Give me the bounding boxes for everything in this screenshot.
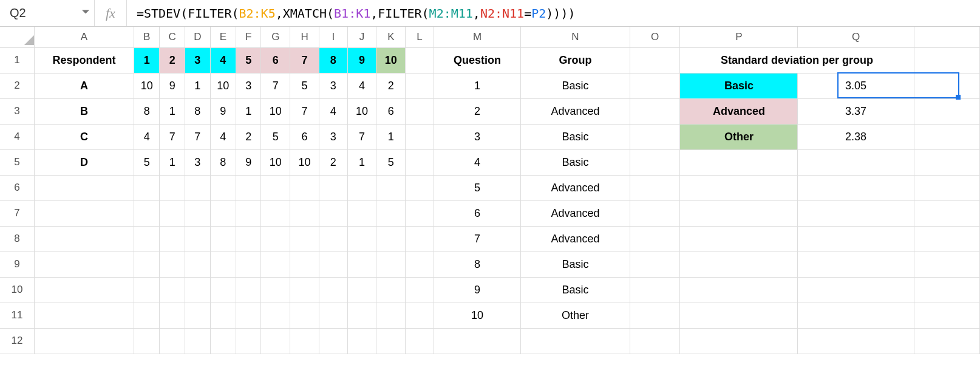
col-header-B[interactable]: B: [134, 27, 160, 47]
cell-E10[interactable]: [210, 277, 236, 303]
data-H5[interactable]: 10: [290, 149, 319, 175]
question-num-8[interactable]: 8: [319, 47, 347, 73]
group-5[interactable]: Advanced: [521, 175, 630, 200]
row-header-7[interactable]: 7: [0, 200, 35, 226]
data-C4[interactable]: 7: [160, 124, 185, 149]
question-num-6[interactable]: 6: [261, 47, 290, 73]
cell-A8[interactable]: [35, 226, 134, 252]
question-num-9[interactable]: 9: [347, 47, 376, 73]
cell-L1[interactable]: [406, 47, 434, 73]
cell-O1[interactable]: [630, 47, 680, 73]
data-K2[interactable]: 2: [376, 73, 406, 98]
cell-Q5[interactable]: [798, 149, 914, 175]
cell-O10[interactable]: [630, 277, 680, 303]
respondent-A[interactable]: A: [35, 73, 134, 98]
cell-K8[interactable]: [376, 226, 406, 252]
cell-H6[interactable]: [290, 175, 319, 200]
row-header-6[interactable]: 6: [0, 175, 35, 200]
cell-A6[interactable]: [35, 175, 134, 200]
row-header-3[interactable]: 3: [0, 98, 35, 124]
row-header-8[interactable]: 8: [0, 226, 35, 252]
cell-L11[interactable]: [406, 303, 434, 328]
cell-J10[interactable]: [347, 277, 376, 303]
cell-O2[interactable]: [630, 73, 680, 98]
data-J2[interactable]: 4: [347, 73, 376, 98]
data-F4[interactable]: 2: [236, 124, 261, 149]
cell-I12[interactable]: [319, 328, 347, 354]
cell-end2[interactable]: [914, 73, 979, 98]
col-header-J[interactable]: J: [347, 27, 376, 47]
cell-O9[interactable]: [630, 252, 680, 277]
cell-H8[interactable]: [290, 226, 319, 252]
cell-Q8[interactable]: [798, 226, 914, 252]
col-header-P[interactable]: P: [680, 27, 798, 47]
cell-P12[interactable]: [680, 328, 798, 354]
data-K4[interactable]: 1: [376, 124, 406, 149]
cell-G10[interactable]: [261, 277, 290, 303]
cell-I11[interactable]: [319, 303, 347, 328]
question-3[interactable]: 3: [434, 124, 520, 149]
question-num-4[interactable]: 4: [210, 47, 236, 73]
respondent-B[interactable]: B: [35, 98, 134, 124]
cell-E7[interactable]: [210, 200, 236, 226]
cell-A11[interactable]: [35, 303, 134, 328]
question-8[interactable]: 8: [434, 252, 520, 277]
cell-F12[interactable]: [236, 328, 261, 354]
cell-B12[interactable]: [134, 328, 160, 354]
col-header-M[interactable]: M: [434, 27, 520, 47]
cell-P6[interactable]: [680, 175, 798, 200]
cell-G11[interactable]: [261, 303, 290, 328]
cell-Q7[interactable]: [798, 200, 914, 226]
data-I2[interactable]: 3: [319, 73, 347, 98]
data-I3[interactable]: 4: [319, 98, 347, 124]
cell-G8[interactable]: [261, 226, 290, 252]
data-B2[interactable]: 10: [134, 73, 160, 98]
data-K3[interactable]: 6: [376, 98, 406, 124]
cell-P7[interactable]: [680, 200, 798, 226]
cell-L9[interactable]: [406, 252, 434, 277]
group-9[interactable]: Basic: [521, 277, 630, 303]
cell-J12[interactable]: [347, 328, 376, 354]
cell-O8[interactable]: [630, 226, 680, 252]
question-num-7[interactable]: 7: [290, 47, 319, 73]
row-header-11[interactable]: 11: [0, 303, 35, 328]
cell-L10[interactable]: [406, 277, 434, 303]
row-header-5[interactable]: 5: [0, 149, 35, 175]
cell-B10[interactable]: [134, 277, 160, 303]
col-header-E[interactable]: E: [210, 27, 236, 47]
question-num-3[interactable]: 3: [185, 47, 211, 73]
data-J5[interactable]: 1: [347, 149, 376, 175]
cell-K7[interactable]: [376, 200, 406, 226]
cell-end8[interactable]: [914, 226, 979, 252]
cell-A12[interactable]: [35, 328, 134, 354]
cell-Q11[interactable]: [798, 303, 914, 328]
header-group[interactable]: Group: [521, 47, 630, 73]
cell-I10[interactable]: [319, 277, 347, 303]
data-F5[interactable]: 9: [236, 149, 261, 175]
cell-C11[interactable]: [160, 303, 185, 328]
group-6[interactable]: Advanced: [521, 200, 630, 226]
select-all-triangle-icon[interactable]: [24, 35, 34, 45]
col-header-C[interactable]: C: [160, 27, 185, 47]
formula-input[interactable]: =STDEV(FILTER(B2:K5,XMATCH(B1:K1,FILTER(…: [127, 0, 976, 26]
cell-B8[interactable]: [134, 226, 160, 252]
group-10[interactable]: Other: [521, 303, 630, 328]
group-label-other[interactable]: Other: [680, 124, 798, 149]
cell-L8[interactable]: [406, 226, 434, 252]
cell-F10[interactable]: [236, 277, 261, 303]
cell-F7[interactable]: [236, 200, 261, 226]
data-E3[interactable]: 9: [210, 98, 236, 124]
col-header-L[interactable]: L: [406, 27, 434, 47]
question-num-10[interactable]: 10: [376, 47, 406, 73]
cell-F6[interactable]: [236, 175, 261, 200]
header-respondent[interactable]: Respondent: [35, 47, 134, 73]
cell-P10[interactable]: [680, 277, 798, 303]
row-header-4[interactable]: 4: [0, 124, 35, 149]
data-K5[interactable]: 5: [376, 149, 406, 175]
respondent-C[interactable]: C: [35, 124, 134, 149]
cell-Q6[interactable]: [798, 175, 914, 200]
data-D2[interactable]: 1: [185, 73, 211, 98]
data-G4[interactable]: 5: [261, 124, 290, 149]
question-4[interactable]: 4: [434, 149, 520, 175]
cell-P9[interactable]: [680, 252, 798, 277]
